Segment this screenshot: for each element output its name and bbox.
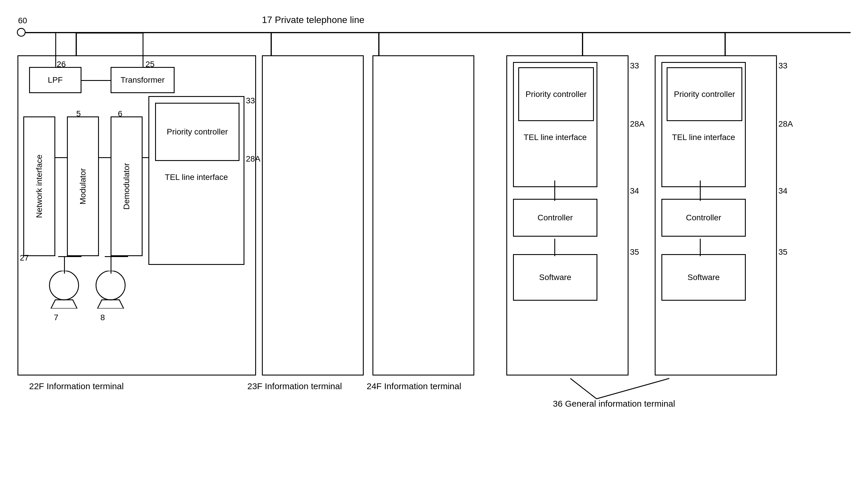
drop-22f	[76, 32, 77, 55]
transformer-num: 25	[146, 60, 155, 69]
software-box-36L: Software	[513, 254, 597, 301]
svg-line-5	[596, 379, 669, 399]
label-33-36R: 33	[778, 61, 787, 70]
conn-phone7-h	[58, 256, 82, 257]
terminal-24f-label: 24F Information terminal	[367, 381, 461, 391]
network-interface-num: 27	[20, 253, 29, 263]
label-35-36L: 35	[630, 247, 639, 257]
lpf-num: 26	[57, 60, 66, 69]
arrows-36	[553, 376, 727, 404]
label-33-36L: 33	[630, 61, 639, 70]
diagram: 17 Private telephone line 60 LPF 26 Tran…	[0, 0, 868, 480]
label-34-36L: 34	[630, 186, 639, 196]
terminal-22f-label: 22F Information terminal	[29, 381, 124, 391]
conn-pri-in	[143, 157, 149, 158]
controller-box-36L: Controller	[513, 199, 597, 237]
tel-line-28a-36R: Priority controller TEL line interface	[661, 62, 746, 187]
priority-controller-box-22f: Priority controller	[155, 103, 240, 161]
tel-interface-36L: TEL line interface	[518, 133, 592, 142]
line-tel-transformer	[143, 33, 144, 67]
svg-point-2	[96, 271, 125, 300]
tel-interface-36R: TEL line interface	[666, 133, 741, 142]
transformer-box: Transformer	[111, 67, 175, 93]
drop-23f	[271, 32, 272, 55]
priority-inner-36R: Priority controller	[666, 67, 742, 121]
conn-mod-phone7	[64, 256, 65, 274]
modulator-box: Modulator	[67, 116, 99, 256]
software-box-36R: Software	[661, 254, 746, 301]
tel-line-label: 17 Private telephone line	[262, 14, 364, 25]
terminal-36-right-outer: Priority controller TEL line interface C…	[655, 55, 777, 376]
tel-line-interface-label-22f: TEL line interface	[155, 173, 238, 182]
label-34-36R: 34	[778, 186, 787, 196]
label-28a-36R: 28A	[778, 119, 793, 129]
terminal-23f-outer	[262, 55, 364, 376]
num-8: 8	[100, 313, 105, 322]
line-tel-lpf-v	[55, 33, 56, 67]
conn-demod-phone8	[111, 256, 112, 274]
node-60-label: 60	[18, 16, 27, 25]
line-tel-ctrl-36R	[700, 180, 701, 201]
conn-demod-pri	[99, 157, 111, 158]
tel-line-28a-36L: Priority controller TEL line interface	[513, 62, 597, 187]
label-28a-36L: 28A	[630, 119, 645, 129]
terminal-24f-outer	[372, 55, 474, 376]
drop-36-right	[724, 32, 726, 55]
lpf-box: LPF	[29, 67, 82, 93]
label-35-36R: 35	[778, 247, 787, 257]
node-60-circle	[17, 28, 26, 37]
svg-point-0	[50, 271, 79, 300]
drop-36-left	[582, 32, 583, 55]
network-interface-box: Network interface	[23, 116, 55, 256]
controller-box-36R: Controller	[661, 199, 746, 237]
label-28a-22f: 28A	[246, 154, 260, 163]
num-7: 7	[54, 313, 59, 322]
drop-24f	[378, 32, 379, 55]
line-tel-lpf-h	[76, 33, 143, 33]
svg-marker-3	[97, 300, 124, 308]
conn-phone8-h	[105, 256, 128, 257]
terminal-23f-label: 23F Information terminal	[247, 381, 342, 391]
conn-mod-demod	[55, 157, 67, 158]
phone-7-icon	[46, 271, 82, 308]
phone-8-icon	[93, 271, 128, 308]
demodulator-box: Demodulator	[111, 116, 143, 256]
svg-marker-1	[51, 300, 77, 308]
label-33-22f: 33	[246, 96, 255, 106]
line-tel-ctrl-36L	[554, 180, 555, 201]
priority-inner-36L: Priority controller	[518, 67, 594, 121]
svg-line-4	[570, 379, 596, 399]
demodulator-num: 6	[118, 109, 123, 118]
modulator-num: 5	[76, 109, 81, 118]
line-ctrl-sw-36L	[554, 239, 555, 256]
priority-tel-inner-22f: Priority controller TEL line interface	[148, 96, 244, 265]
line-ctrl-sw-36R	[700, 239, 701, 256]
terminal-36-left-outer: Priority controller Priority controller …	[506, 55, 628, 376]
line-lpf-transformer	[82, 80, 111, 81]
